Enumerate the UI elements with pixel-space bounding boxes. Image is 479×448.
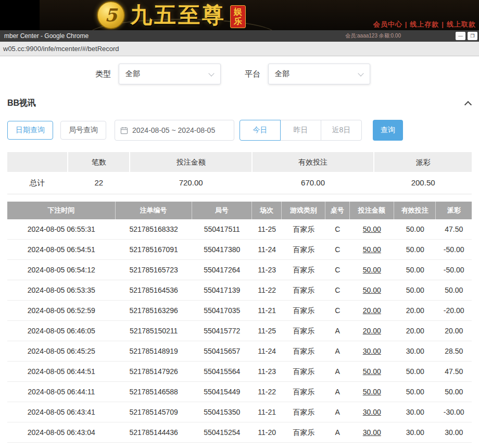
header-payout: 派彩	[436, 202, 472, 219]
date-query-button[interactable]: 日期查询	[7, 121, 53, 140]
cell-bet-time: 2024-08-05 06:52:59	[7, 301, 116, 320]
cell-order-number: 521785148919	[116, 341, 192, 361]
cell-valid-bet: 20.00	[394, 321, 436, 341]
cell-round-number: 550415772	[192, 321, 252, 341]
cell-session: 11-22	[252, 382, 282, 402]
date-range-input[interactable]: 2024-08-05 ~ 2024-08-05	[115, 120, 234, 141]
bet-amount-link[interactable]: 30.00	[350, 443, 394, 448]
table-row: 2024-08-05 06:43:41521785145709550415350…	[7, 402, 472, 422]
cell-valid-bet: 50.00	[394, 362, 436, 381]
cell-round-number: 550415350	[192, 402, 252, 422]
cell-session: 11-25	[252, 219, 282, 239]
today-button[interactable]: 今日	[240, 120, 281, 141]
cell-game-type: 百家乐	[282, 280, 325, 300]
cell-valid-bet: 20.00	[394, 301, 436, 320]
round-query-button[interactable]: 局号查询	[60, 121, 106, 140]
cell-round-number: 550415254	[192, 422, 252, 442]
nav-member-center[interactable]: 会员中心	[373, 20, 402, 28]
collapse-chevron-up-icon[interactable]	[464, 101, 472, 108]
minimize-button[interactable]: —	[456, 32, 465, 40]
summary-header-valid-bet: 有效投注	[253, 152, 373, 172]
calendar-icon	[120, 127, 128, 134]
cell-payout: 30.00	[436, 422, 472, 442]
header-table-number: 桌号	[325, 202, 350, 219]
cell-table-number: A	[325, 382, 350, 402]
platform-select-value: 全部	[275, 69, 289, 79]
maximize-button[interactable]: ❐	[468, 32, 477, 40]
bet-amount-link[interactable]: 20.00	[350, 301, 394, 320]
bet-table-header: 下注时间 注单编号 局号 场次 游戏类别 桌号 投注金额 有效投注 派彩	[7, 202, 472, 219]
cell-bet-time: 2024-08-05 06:44:11	[7, 382, 116, 402]
cell-order-number: 521785143142	[116, 443, 192, 448]
cell-table-number: A	[325, 341, 350, 361]
quick-range-group: 今日 昨日 近8日	[240, 120, 362, 141]
cell-valid-bet: 50.00	[394, 280, 436, 300]
cell-bet-time: 2024-08-05 06:54:12	[7, 260, 116, 280]
header-order-number: 注单编号	[116, 202, 192, 219]
nav-online-withdraw[interactable]: 线上取款	[447, 20, 476, 28]
cell-table-number: C	[325, 301, 350, 320]
summary-header-count: 笔数	[68, 152, 129, 172]
bet-amount-link[interactable]: 20.00	[350, 321, 394, 341]
search-button[interactable]: 查询	[373, 120, 403, 141]
page-content: 类型 全部 平台 全部 BB视讯 日期查询 局号查询 2024-08-05 ~ …	[0, 57, 479, 448]
cell-valid-bet: 30.00	[394, 443, 436, 448]
platform-select[interactable]: 全部	[268, 64, 370, 84]
cell-round-number: 550417139	[192, 280, 252, 300]
url-text: w05.cc:9900/infe/mcenter/#/betRecord	[3, 45, 119, 53]
header-bet-amount: 投注金额	[350, 202, 394, 219]
chevron-down-icon	[358, 70, 363, 76]
cell-valid-bet: 50.00	[394, 260, 436, 280]
badge-char-2: 乐	[231, 17, 245, 26]
cell-game-type: 百家乐	[282, 362, 325, 381]
cell-game-type: 百家乐	[282, 341, 325, 361]
cell-table-number: A	[325, 422, 350, 442]
cell-game-type: 百家乐	[282, 422, 325, 442]
cell-round-number: 550415564	[192, 362, 252, 381]
cell-round-number: 550417035	[192, 301, 252, 320]
cell-table-number: A	[325, 362, 350, 381]
summary-header-row: 笔数 投注金额 有效投注 派彩	[7, 152, 472, 172]
platform-filter-label: 平台	[245, 69, 260, 79]
cell-table-number: C	[325, 260, 350, 280]
type-select[interactable]: 全部	[119, 64, 221, 84]
cell-session: 11-21	[252, 402, 282, 422]
bet-amount-link[interactable]: 50.00	[350, 280, 394, 300]
cell-order-number: 521785144436	[116, 422, 192, 442]
cell-bet-time: 2024-08-05 06:42:23	[7, 443, 116, 448]
summary-total-count: 22	[68, 172, 129, 194]
cell-game-type: 百家乐	[282, 301, 325, 320]
cell-payout: 30.00	[436, 443, 472, 448]
summary-total-row: 总计 22 720.00 670.00 200.50	[7, 172, 472, 194]
bet-amount-link[interactable]: 50.00	[350, 260, 394, 280]
cell-round-number: 550415449	[192, 382, 252, 402]
yesterday-button[interactable]: 昨日	[280, 120, 321, 141]
summary-table: 笔数 投注金额 有效投注 派彩 总计 22 720.00 670.00 200.…	[7, 152, 472, 194]
bet-amount-link[interactable]: 30.00	[350, 422, 394, 442]
type-select-value: 全部	[125, 69, 140, 79]
cell-payout: 47.50	[436, 362, 472, 381]
cell-bet-time: 2024-08-05 06:43:04	[7, 422, 116, 442]
table-row: 2024-08-05 06:55:31521785168332550417511…	[7, 219, 472, 240]
bet-amount-link[interactable]: 30.00	[350, 402, 394, 422]
table-row: 2024-08-05 06:42:23521785143142550415123…	[7, 443, 472, 448]
bet-amount-link[interactable]: 50.00	[350, 240, 394, 259]
summary-total-label: 总计	[7, 172, 67, 194]
cell-order-number: 521785150211	[116, 321, 192, 341]
bet-amount-link[interactable]: 30.00	[350, 341, 394, 361]
bet-amount-link[interactable]: 50.00	[350, 219, 394, 239]
cell-table-number: A	[325, 402, 350, 422]
logo-text: 九五至尊	[130, 1, 226, 30]
nav-online-deposit[interactable]: 线上存款	[410, 20, 439, 28]
header-round-number: 局号	[192, 202, 252, 219]
bet-amount-link[interactable]: 50.00	[350, 362, 394, 381]
bet-amount-link[interactable]: 50.00	[350, 382, 394, 402]
address-bar[interactable]: w05.cc:9900/infe/mcenter/#/betRecord	[0, 42, 479, 56]
cell-game-type: 百家乐	[282, 240, 325, 259]
filter-row: 类型 全部 平台 全部	[0, 64, 479, 84]
last-8-days-button[interactable]: 近8日	[321, 120, 362, 141]
cell-round-number: 550417264	[192, 260, 252, 280]
cell-order-number: 521785145709	[116, 402, 192, 422]
table-row: 2024-08-05 06:52:59521785163296550417035…	[7, 301, 472, 321]
section-title: BB视讯	[7, 98, 36, 109]
